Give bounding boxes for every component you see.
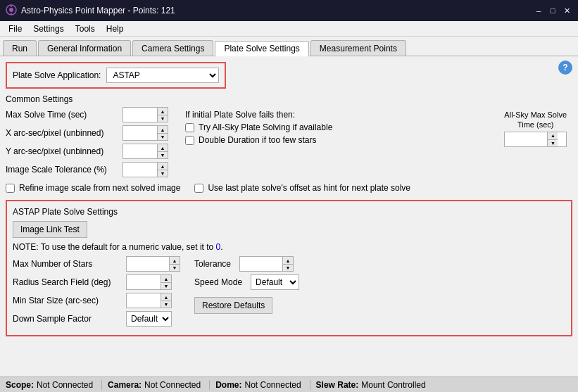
tab-plate-solve-settings[interactable]: Plate Solve Settings — [215, 41, 308, 56]
max-stars-row: Max Number of Stars 2000 ▲ ▼ — [13, 256, 180, 272]
max-solve-time-input[interactable]: 60 — [123, 108, 157, 122]
y-arc-sec-down[interactable]: ▼ — [158, 151, 168, 158]
tolerance-input[interactable]: 0.010 — [240, 257, 282, 271]
initial-plate-solve-box: If initial Plate Solve fails then: Try A… — [180, 107, 572, 151]
double-duration-checkbox[interactable] — [185, 136, 194, 145]
allsky-max-spinner: 300 ▲ ▼ — [504, 132, 567, 147]
astap-section: ASTAP Plate Solve Settings Image Link Te… — [6, 200, 572, 336]
app-icon — [6, 4, 17, 18]
note-prefix: NOTE: To use the default for a numeric v… — [13, 242, 216, 252]
speed-mode-select[interactable]: Default Low Medium High — [251, 274, 299, 290]
down-sample-select[interactable]: Default 1 2 3 4 — [126, 311, 172, 327]
menu-tools[interactable]: Tools — [70, 23, 101, 35]
tab-run[interactable]: Run — [3, 40, 37, 56]
min-star-size-down[interactable]: ▼ — [161, 301, 171, 308]
try-allsky-row: Try All-Sky Plate Solving if available — [185, 122, 332, 132]
x-arc-sec-up[interactable]: ▲ — [158, 126, 168, 133]
double-duration-row: Double Duration if too few stars — [185, 135, 332, 145]
radius-search-up[interactable]: ▲ — [161, 275, 171, 282]
y-arc-sec-spin-buttons: ▲ ▼ — [157, 144, 168, 158]
allsky-max-up[interactable]: ▲ — [548, 132, 558, 139]
use-last-offset-row: Use last plate solve's offset as hint fo… — [194, 183, 410, 193]
allsky-max-label2: Time (sec) — [504, 120, 567, 129]
image-scale-tolerance-row: Image Scale Tolerance (%) 10 ▲ ▼ — [6, 162, 168, 177]
min-star-size-spin-buttons: ▲ ▼ — [161, 293, 171, 308]
try-allsky-label: Try All-Sky Plate Solving if available — [199, 122, 332, 132]
y-arc-sec-input[interactable]: 1.66 — [123, 144, 157, 158]
astap-title: ASTAP Plate Solve Settings — [13, 207, 565, 217]
image-scale-tolerance-spin-buttons: ▲ ▼ — [157, 163, 168, 177]
speed-mode-label: Speed Mode — [194, 277, 242, 287]
title-bar: Astro-Physics Point Mapper - Points: 121… — [0, 0, 578, 21]
x-arc-sec-down[interactable]: ▼ — [158, 133, 168, 140]
scope-label: Scope: — [6, 380, 34, 390]
max-stars-up[interactable]: ▲ — [170, 257, 180, 264]
maximize-button[interactable]: □ — [547, 6, 558, 15]
max-solve-time-spin-buttons: ▲ ▼ — [157, 108, 168, 122]
speed-mode-row: Speed Mode Default Low Medium High — [194, 274, 299, 290]
max-stars-input[interactable]: 2000 — [127, 257, 169, 271]
camera-status: Camera: Not Connected — [108, 380, 209, 390]
tolerance-down[interactable]: ▼ — [283, 264, 293, 271]
restore-defaults-button[interactable]: Restore Defaults — [194, 297, 272, 314]
restore-defaults-row: Restore Defaults — [194, 297, 299, 318]
tolerance-row: Tolerance 0.010 ▲ ▼ — [194, 256, 299, 272]
tolerance-spin-buttons: ▲ ▼ — [282, 257, 293, 271]
minimize-button[interactable]: – — [533, 6, 544, 15]
menu-help[interactable]: Help — [101, 23, 130, 35]
min-star-size-input[interactable]: 1.0 — [127, 293, 161, 308]
allsky-max-label1: All-Sky Max Solve — [504, 110, 567, 120]
try-allsky-checkbox[interactable] — [185, 123, 194, 132]
camera-label: Camera: — [108, 380, 142, 390]
radius-search-down[interactable]: ▼ — [161, 282, 171, 289]
double-duration-label: Double Duration if too few stars — [199, 135, 316, 145]
initial-plate-solve-title: If initial Plate Solve fails then: — [185, 110, 332, 120]
min-star-size-spinner: 1.0 ▲ ▼ — [126, 293, 172, 308]
allsky-max-input[interactable]: 300 — [505, 132, 547, 146]
tab-measurement-points[interactable]: Measurement Points — [310, 40, 406, 56]
tolerance-up[interactable]: ▲ — [283, 257, 293, 264]
note-text: NOTE: To use the default for a numeric v… — [13, 242, 565, 252]
status-bar: Scope: Not Connected Camera: Not Connect… — [0, 377, 578, 392]
tab-general-information[interactable]: General Information — [38, 40, 131, 56]
menu-settings[interactable]: Settings — [27, 23, 69, 35]
tab-bar: Run General Information Camera Settings … — [0, 37, 578, 56]
image-scale-tolerance-input[interactable]: 10 — [123, 163, 157, 177]
slew-rate-value: Mount Controlled — [361, 380, 425, 390]
min-star-size-up[interactable]: ▲ — [161, 293, 171, 301]
plate-solve-app-label: Plate Solve Application: — [13, 70, 101, 80]
common-settings-right: If initial Plate Solve fails then: Try A… — [180, 107, 572, 180]
y-arc-sec-up[interactable]: ▲ — [158, 144, 168, 151]
plate-solve-app-select[interactable]: ASTAP PlateSolve2 Astrometry.net — [106, 68, 219, 83]
window-title: Astro-Physics Point Mapper - Points: 121 — [21, 6, 175, 15]
close-button[interactable]: ✕ — [561, 6, 572, 15]
x-arc-sec-spinner: 1.66 ▲ ▼ — [122, 125, 168, 141]
y-arc-sec-row: Y arc-sec/pixel (unbinned) 1.66 ▲ ▼ — [6, 144, 168, 159]
help-button[interactable]: ? — [558, 61, 572, 75]
image-scale-tolerance-down[interactable]: ▼ — [158, 170, 168, 177]
status-divider-1 — [101, 380, 102, 390]
allsky-max-down[interactable]: ▼ — [548, 139, 558, 146]
refine-image-scale-checkbox[interactable] — [6, 184, 15, 193]
refine-image-scale-row: Refine image scale from next solved imag… — [6, 183, 180, 193]
min-star-size-row: Min Star Size (arc-sec) 1.0 ▲ ▼ — [13, 293, 180, 308]
common-settings-left: Max Solve Time (sec) 60 ▲ ▼ X arc-sec/pi… — [6, 107, 168, 180]
max-solve-time-down[interactable]: ▼ — [158, 115, 168, 122]
slew-rate-label: Slew Rate: — [316, 380, 359, 390]
image-scale-tolerance-spinner: 10 ▲ ▼ — [122, 162, 168, 177]
max-solve-time-up[interactable]: ▲ — [158, 108, 168, 115]
camera-value: Not Connected — [144, 380, 201, 390]
x-arc-sec-input[interactable]: 1.66 — [123, 126, 157, 140]
image-link-test-button[interactable]: Image Link Test — [13, 221, 87, 238]
dome-status: Dome: Not Connected — [215, 380, 309, 390]
dome-value: Not Connected — [245, 380, 301, 390]
menu-file[interactable]: File — [3, 23, 27, 35]
use-last-offset-checkbox[interactable] — [194, 184, 203, 193]
radius-search-spinner: 5.0 ▲ ▼ — [126, 274, 172, 290]
slew-rate-status: Slew Rate: Mount Controlled — [316, 380, 434, 390]
tab-camera-settings[interactable]: Camera Settings — [132, 40, 213, 56]
radius-search-input[interactable]: 5.0 — [127, 275, 161, 289]
max-stars-down[interactable]: ▼ — [170, 264, 180, 271]
astap-left-col: Max Number of Stars 2000 ▲ ▼ Radius Sear… — [13, 256, 180, 329]
image-scale-tolerance-up[interactable]: ▲ — [158, 163, 168, 170]
